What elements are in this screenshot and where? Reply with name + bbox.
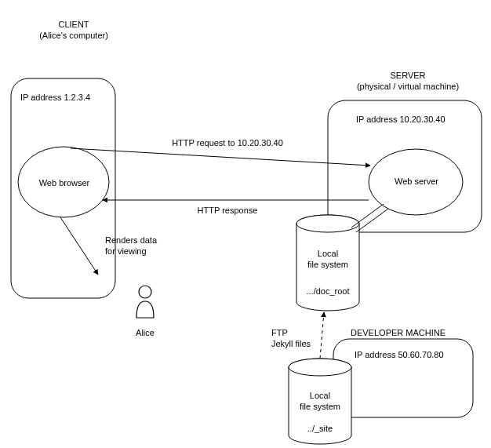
client-header-line1: CLIENT [35,20,113,31]
diagram-canvas [0,0,491,448]
client-ip-label: IP address 1.2.3.4 [20,93,90,104]
ftp-label2: Jekyll files [271,339,311,350]
svg-point-1 [296,215,359,232]
server-header-line1: SERVER [357,71,459,82]
dev-fs-label1: Local [295,391,345,402]
renders-label: Renders data for viewing [105,235,157,257]
server-fs-label2: file system [303,260,353,271]
server-header-line2: (physical / virtual machine) [341,82,475,93]
dev-fs-path: ../_site [295,424,345,435]
alice-icon [136,286,154,318]
http-request-label: HTTP request to 10.20.30.40 [149,138,306,149]
renders-arrow [60,217,98,275]
server-fs-path: .../doc_root [303,286,353,297]
ftp-label1: FTP [271,328,288,339]
client-header-line2: (Alice's computer) [25,31,122,42]
server-ip-label: IP address 10.20.30.40 [356,115,446,126]
web-browser-label: Web browser [35,178,94,189]
alice-name-label: Alice [133,328,157,339]
web-server-label: Web server [391,177,442,188]
svg-point-4 [139,286,151,298]
developer-header: DEVELOPER MACHINE [351,328,446,339]
ftp-arrow [320,312,324,359]
server-fs-label1: Local [303,249,353,260]
dev-fs-label2: file system [295,402,345,413]
svg-point-3 [289,359,351,376]
developer-ip-label: IP address 50.60.70.80 [355,350,444,361]
http-response-label: HTTP response [180,206,275,217]
